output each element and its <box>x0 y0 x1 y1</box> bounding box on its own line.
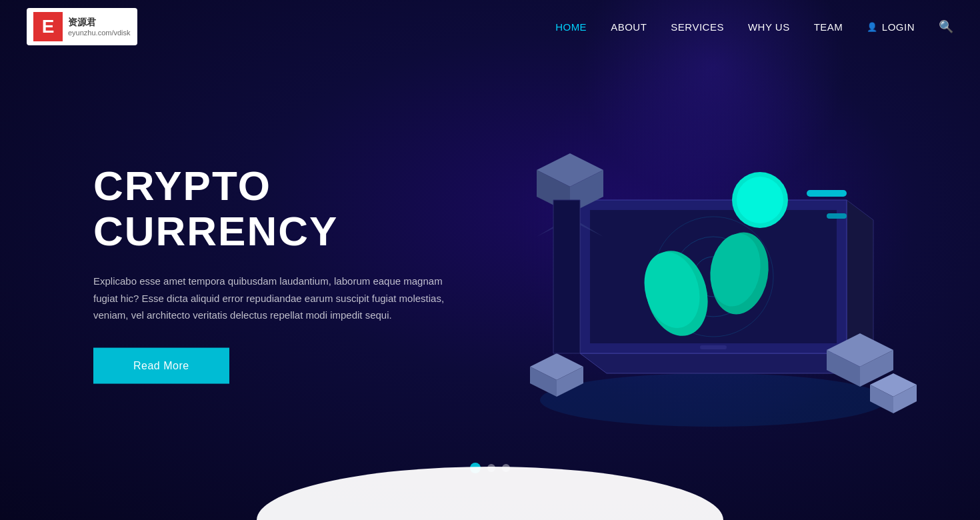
nav-item-services[interactable]: SERVICES <box>671 21 724 33</box>
nav-item-why-us[interactable]: WHY US <box>748 21 790 33</box>
svg-marker-30 <box>553 200 580 353</box>
nav-item-home[interactable]: HOME <box>555 21 587 33</box>
header: E 资源君 eyunzhu.com/vdisk HOME ABOUT SERVI… <box>0 0 980 53</box>
logo-text: 资源君 eyunzhu.com/vdisk <box>68 17 131 37</box>
hero-description: Explicabo esse amet tempora quibusdam la… <box>93 273 453 324</box>
nav-item-team[interactable]: TEAM <box>814 21 843 33</box>
logo-chinese: 资源君 <box>68 17 131 29</box>
bottom-wave <box>257 440 723 520</box>
hero-title: CRYPTO CURRENCY <box>93 163 453 254</box>
svg-point-0 <box>540 373 887 427</box>
read-more-button[interactable]: Read More <box>93 347 229 383</box>
hero-title-line1: CRYPTO <box>93 163 271 209</box>
hero-illustration <box>500 67 927 440</box>
navigation: HOME ABOUT SERVICES WHY US TEAM LOGIN 🔍 <box>555 19 953 34</box>
logo-url: eyunzhu.com/vdisk <box>68 29 131 37</box>
nav-item-about[interactable]: ABOUT <box>611 21 647 33</box>
svg-point-13 <box>737 177 783 223</box>
hero-content: CRYPTO CURRENCY Explicabo esse amet temp… <box>93 163 453 384</box>
nav-login-link[interactable]: LOGIN <box>867 21 915 33</box>
logo-letter: E <box>33 12 63 41</box>
svg-rect-14 <box>700 345 727 349</box>
svg-rect-15 <box>807 190 847 197</box>
svg-point-31 <box>257 467 723 520</box>
svg-rect-16 <box>827 213 847 219</box>
crypto-illustration <box>500 67 927 440</box>
hero-title-line2: CURRENCY <box>93 208 338 254</box>
hero-section: E 资源君 eyunzhu.com/vdisk HOME ABOUT SERVI… <box>0 0 980 520</box>
logo[interactable]: E 资源君 eyunzhu.com/vdisk <box>27 8 137 45</box>
search-icon[interactable]: 🔍 <box>939 19 953 34</box>
